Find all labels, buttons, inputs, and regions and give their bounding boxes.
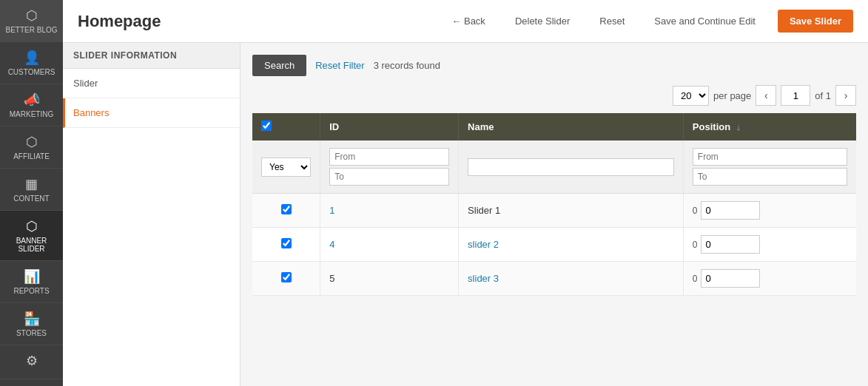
col-name: Name	[459, 113, 684, 140]
better-blog-icon: ⬡	[26, 7, 38, 24]
row-name: Slider 1	[468, 205, 500, 216]
prev-page-button[interactable]: ‹	[756, 85, 776, 106]
topbar: Homepage ← Back Delete Slider Reset Save…	[63, 0, 868, 43]
position-prefix: 0	[693, 274, 698, 284]
page-input[interactable]	[781, 85, 810, 106]
sidebar-item-affiliate[interactable]: ⬡ AFFILIATE	[0, 126, 63, 169]
next-page-button[interactable]: ›	[835, 85, 856, 106]
filter-row: Yes	[252, 140, 856, 194]
row-id-link[interactable]: 4	[329, 239, 334, 250]
sidebar: ⬡ BETTER BLOG 👤 CUSTOMERS 📣 MARKETING ⬡ …	[0, 0, 63, 386]
page-of: of 1	[815, 90, 831, 101]
banner-slider-icon: ⬡	[26, 218, 38, 234]
sidebar-item-label: REPORTS	[13, 287, 49, 295]
main: Homepage ← Back Delete Slider Reset Save…	[63, 0, 868, 386]
row-name-cell: slider 2	[459, 228, 684, 262]
sidebar-item-label: CUSTOMERS	[8, 68, 55, 76]
sidebar-item-label: BANNER SLIDER	[3, 237, 60, 253]
row-checkbox-cell	[252, 262, 320, 296]
sidebar-item-content[interactable]: ▦ CONTENT	[0, 169, 63, 211]
toolbar: Search Reset Filter 3 records found	[252, 55, 856, 76]
page-title: Homepage	[78, 12, 161, 31]
settings-icon: ⚙	[26, 353, 38, 369]
filter-checkbox-cell: Yes	[252, 140, 320, 194]
affiliate-icon: ⬡	[26, 134, 38, 150]
position-input[interactable]	[701, 269, 760, 288]
row-checkbox[interactable]	[281, 272, 292, 282]
row-position-cell: 0	[683, 262, 856, 296]
row-checkbox[interactable]	[281, 204, 292, 214]
grid-table: ID Name Position ↓	[252, 113, 856, 296]
filter-yes-select[interactable]: Yes	[261, 158, 311, 177]
filter-id-to[interactable]	[329, 168, 449, 186]
reports-icon: 📊	[24, 268, 40, 285]
sidebar-item-label: AFFILIATE	[13, 152, 50, 160]
sidebar-item-stores[interactable]: 🏪 STORES	[0, 303, 63, 345]
filter-name-input[interactable]	[468, 158, 674, 176]
sidebar-item-label: MARKETING	[10, 110, 53, 118]
content-icon: ▦	[25, 176, 38, 192]
row-name-cell: Slider 1	[459, 194, 684, 228]
position-prefix: 0	[693, 240, 698, 250]
table-row: 1 Slider 1 0	[252, 194, 856, 228]
row-id-link[interactable]: 1	[329, 205, 334, 216]
select-all-checkbox[interactable]	[261, 121, 272, 131]
sidebar-item-banner-slider[interactable]: ⬡ BANNER SLIDER	[0, 211, 63, 261]
row-position-cell: 0	[683, 194, 856, 228]
save-continue-edit-button[interactable]: Save and Continue Edit	[647, 11, 763, 31]
row-name-cell: slider 3	[459, 262, 684, 296]
sidebar-item-label: BETTER BLOG	[5, 26, 57, 34]
delete-slider-button[interactable]: Delete Slider	[508, 11, 577, 31]
row-id-cell: 1	[320, 194, 459, 228]
filter-id-cell	[320, 140, 459, 194]
left-panel: SLIDER INFORMATION Slider Banners	[63, 43, 240, 386]
body-area: SLIDER INFORMATION Slider Banners Search…	[63, 43, 868, 386]
position-input[interactable]	[701, 201, 760, 220]
col-position[interactable]: Position ↓	[683, 113, 856, 140]
filter-id-from[interactable]	[329, 148, 449, 166]
filter-name-cell	[459, 140, 684, 194]
table-row: 4 slider 2 0	[252, 228, 856, 262]
row-name-link[interactable]: slider 3	[468, 273, 499, 284]
sidebar-item-reports[interactable]: 📊 REPORTS	[0, 261, 63, 303]
sidebar-item-customers[interactable]: 👤 CUSTOMERS	[0, 42, 63, 84]
filter-pos-to[interactable]	[693, 168, 847, 186]
per-page-select[interactable]: 20	[673, 86, 709, 106]
row-id: 5	[329, 273, 334, 284]
filter-pos-from[interactable]	[693, 148, 847, 166]
search-button[interactable]: Search	[252, 55, 306, 76]
sort-arrow-position: ↓	[736, 121, 741, 132]
sidebar-item-settings[interactable]: ⚙	[0, 345, 63, 379]
right-content: Search Reset Filter 3 records found 20 p…	[240, 43, 868, 386]
sidebar-item-marketing[interactable]: 📣 MARKETING	[0, 84, 63, 126]
filter-position-cell	[683, 140, 856, 194]
left-panel-item-banners[interactable]: Banners	[63, 98, 240, 128]
row-checkbox-cell	[252, 228, 320, 262]
sidebar-item-better-blog[interactable]: ⬡ BETTER BLOG	[0, 0, 63, 42]
row-name-link[interactable]: slider 2	[468, 239, 499, 250]
position-input[interactable]	[701, 235, 760, 254]
back-button[interactable]: ← Back	[444, 11, 493, 31]
row-position-cell: 0	[683, 228, 856, 262]
row-checkbox[interactable]	[281, 238, 292, 248]
table-row: 5 slider 3 0	[252, 262, 856, 296]
sidebar-item-label: CONTENT	[13, 194, 49, 203]
reset-button[interactable]: Reset	[592, 11, 632, 31]
per-page-label: per page	[713, 90, 751, 101]
col-id: ID	[320, 113, 459, 140]
reset-filter-button[interactable]: Reset Filter	[315, 60, 364, 71]
select-all-th	[252, 113, 320, 140]
marketing-icon: 📣	[24, 92, 40, 108]
left-panel-item-slider[interactable]: Slider	[63, 69, 240, 98]
stores-icon: 🏪	[24, 311, 40, 327]
row-id-cell: 5	[320, 262, 459, 296]
records-found: 3 records found	[374, 60, 440, 71]
sidebar-item-label: STORES	[16, 329, 47, 337]
save-slider-button[interactable]: Save Slider	[778, 10, 853, 33]
row-id-cell: 4	[320, 228, 459, 262]
pagination: 20 per page ‹ of 1 ›	[252, 85, 856, 106]
customers-icon: 👤	[24, 50, 40, 66]
row-checkbox-cell	[252, 194, 320, 228]
left-panel-title: SLIDER INFORMATION	[63, 43, 240, 69]
position-prefix: 0	[693, 206, 698, 216]
